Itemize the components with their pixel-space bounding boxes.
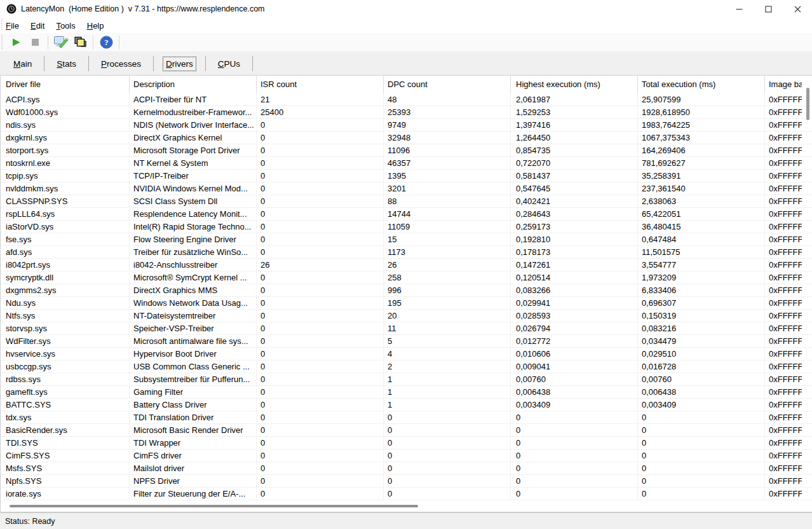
column-header-description[interactable]: Description bbox=[130, 76, 257, 93]
cell-image-base: 0xFFFFF bbox=[765, 221, 802, 233]
cell-total-execution: 0,006438 bbox=[638, 386, 765, 398]
tab-main[interactable]: Main bbox=[1, 54, 44, 73]
table-row[interactable]: CLASSPNP.SYS SCSI Class System Dll 0 88 … bbox=[1, 195, 812, 208]
tab-processes[interactable]: Processes bbox=[89, 54, 153, 73]
cell-description: Microsoft antimalware file sys... bbox=[130, 335, 257, 347]
table-row[interactable]: tdx.sys TDI Translation Driver 0 0 0 0 0… bbox=[1, 411, 812, 424]
table-row[interactable]: ACPI.sys ACPI-Treiber für NT 21 48 2,061… bbox=[1, 93, 812, 106]
horizontal-scrollbar-thumb[interactable] bbox=[10, 505, 418, 507]
cell-total-execution: 25,907599 bbox=[638, 93, 765, 106]
cell-image-base: 0xFFFFF bbox=[765, 399, 802, 411]
table-row[interactable]: storport.sys Microsoft Storage Port Driv… bbox=[1, 144, 812, 157]
cell-driver-file: iorate.sys bbox=[1, 488, 130, 500]
cell-dpc-count: 0 bbox=[384, 411, 511, 423]
column-header-total-execution[interactable]: Total execution (ms) bbox=[638, 76, 765, 93]
table-row[interactable]: dxgmms2.sys DirectX Graphics MMS 0 996 0… bbox=[1, 284, 812, 297]
table-row[interactable]: dxgkrnl.sys DirectX Graphics Kernel 0 32… bbox=[1, 132, 812, 144]
cell-total-execution: 65,422051 bbox=[638, 208, 765, 220]
stop-monitor-button[interactable] bbox=[27, 35, 43, 50]
table-row[interactable]: symcryptk.dll Microsoft® SymCrypt Kernel… bbox=[1, 271, 812, 284]
table-row[interactable]: WdFilter.sys Microsoft antimalware file … bbox=[1, 335, 812, 348]
start-monitor-button[interactable] bbox=[8, 35, 24, 50]
cell-description: Intel(R) Rapid Storage Techno... bbox=[130, 221, 257, 233]
tab-cpus-label: CPUs bbox=[215, 57, 243, 71]
table-row[interactable]: Npfs.SYS NPFS Driver 0 0 0 0 0xFFFFF bbox=[1, 475, 812, 488]
table-row[interactable]: Ntfs.sys NT-Dateisystemtreiber 0 20 0,02… bbox=[1, 310, 812, 322]
cell-highest-execution: 1,529253 bbox=[511, 106, 638, 118]
stop-icon bbox=[31, 38, 39, 46]
table-row[interactable]: hvservice.sys Hypervisor Boot Driver 0 4… bbox=[1, 348, 812, 361]
cell-driver-file: BasicRender.sys bbox=[1, 424, 130, 436]
table-row[interactable]: iorate.sys Filter zur Steuerung der E/A-… bbox=[1, 488, 812, 500]
column-header-isr-count[interactable]: ISR count bbox=[257, 76, 384, 93]
close-button[interactable] bbox=[783, 0, 812, 18]
table-row[interactable]: ndis.sys NDIS (Network Driver Interface.… bbox=[1, 119, 812, 132]
statusbar: Status: Ready bbox=[0, 512, 812, 529]
cell-image-base: 0xFFFFF bbox=[765, 284, 802, 296]
table-row[interactable]: fse.sys Flow Steering Engine Driver 0 15… bbox=[1, 233, 812, 246]
table-row[interactable]: nvlddmkm.sys NVIDIA Windows Kernel Mod..… bbox=[1, 182, 812, 195]
menu-help[interactable]: Help bbox=[81, 18, 110, 33]
maximize-button[interactable] bbox=[754, 0, 783, 18]
report-button[interactable] bbox=[72, 35, 88, 50]
table-row[interactable]: Ndu.sys Windows Network Data Usag... 0 1… bbox=[1, 297, 812, 310]
column-header-dpc-count[interactable]: DPC count bbox=[384, 76, 511, 93]
table-row[interactable]: BasicRender.sys Microsoft Basic Render D… bbox=[1, 424, 812, 437]
table-row[interactable]: gameflt.sys Gaming Filter 0 1 0,006438 0… bbox=[1, 386, 812, 399]
table-row[interactable]: rspLLL64.sys Resplendence Latency Monit.… bbox=[1, 208, 812, 221]
cell-image-base: 0xFFFFF bbox=[765, 450, 802, 462]
cell-image-base: 0xFFFFF bbox=[765, 373, 802, 385]
table-row[interactable]: storvsp.sys Speicher-VSP-Treiber 0 11 0,… bbox=[1, 322, 812, 335]
cell-isr-count: 0 bbox=[257, 310, 384, 322]
column-header-image-base[interactable]: Image base bbox=[765, 76, 802, 93]
table-row[interactable]: rdbss.sys Subsystemtreiber für Pufferun.… bbox=[1, 373, 812, 386]
cell-image-base: 0xFFFFF bbox=[765, 271, 802, 284]
minimize-button[interactable] bbox=[724, 0, 754, 18]
cell-driver-file: Wdf01000.sys bbox=[1, 106, 130, 118]
table-row[interactable]: iaStorVD.sys Intel(R) Rapid Storage Tech… bbox=[1, 221, 812, 233]
table-row[interactable]: ntoskrnl.exe NT Kernel & System 0 46357 … bbox=[1, 157, 812, 170]
cell-dpc-count: 25393 bbox=[384, 106, 511, 118]
cell-total-execution: 36,480415 bbox=[638, 221, 765, 233]
table-row[interactable]: Wdf01000.sys Kernelmodustreiber-Framewor… bbox=[1, 106, 812, 119]
cell-description: SCSI Class System Dll bbox=[130, 195, 257, 207]
tab-stats[interactable]: Stats bbox=[44, 54, 88, 73]
status-text: Status: Ready bbox=[5, 517, 55, 526]
cell-total-execution: 1928,618950 bbox=[638, 106, 765, 118]
cell-total-execution: 11,501575 bbox=[638, 246, 765, 258]
table-row[interactable]: BATTC.SYS Battery Class Driver 0 1 0,003… bbox=[1, 399, 812, 411]
cell-highest-execution: 0,147261 bbox=[511, 259, 638, 271]
cell-isr-count: 0 bbox=[257, 284, 384, 296]
cell-isr-count: 0 bbox=[257, 373, 384, 385]
cell-total-execution: 0 bbox=[638, 450, 765, 462]
latencymon-window: LatencyMon (Home Edition ) v 7.31 - http… bbox=[0, 0, 812, 529]
menu-tools[interactable]: Tools bbox=[50, 18, 81, 33]
table-row[interactable]: CimFS.SYS CimFS driver 0 0 0 0 0xFFFFF bbox=[1, 450, 812, 462]
cell-total-execution: 1983,764225 bbox=[638, 119, 765, 131]
cell-description: Mailslot driver bbox=[130, 462, 257, 474]
cell-dpc-count: 1 bbox=[384, 399, 511, 411]
table-row[interactable]: afd.sys Treiber für zusätzliche WinSo...… bbox=[1, 246, 812, 259]
cell-highest-execution: 0,003409 bbox=[511, 399, 638, 411]
table-row[interactable]: i8042prt.sys i8042-Anschlusstreiber 26 2… bbox=[1, 259, 812, 271]
tab-cpus[interactable]: CPUs bbox=[206, 54, 252, 73]
cell-description: Kernelmodustreiber-Framewor... bbox=[130, 106, 257, 118]
menu-file[interactable]: File bbox=[0, 18, 25, 33]
cell-driver-file: i8042prt.sys bbox=[1, 259, 130, 271]
cell-dpc-count: 32948 bbox=[384, 132, 511, 144]
cell-description: TDI Translation Driver bbox=[130, 411, 257, 423]
table-row[interactable]: usbccgp.sys USB Common Class Generic ...… bbox=[1, 361, 812, 373]
tab-drivers[interactable]: Drivers bbox=[154, 54, 205, 73]
vertical-scrollbar-thumb[interactable] bbox=[806, 88, 809, 120]
table-row[interactable]: TDI.SYS TDI Wrapper 0 0 0 0 0xFFFFF bbox=[1, 437, 812, 450]
analyze-icon bbox=[53, 36, 69, 50]
cell-image-base: 0xFFFFF bbox=[765, 424, 802, 436]
cell-isr-count: 0 bbox=[257, 348, 384, 360]
column-header-driver-file[interactable]: Driver file bbox=[1, 76, 130, 93]
analyze-button[interactable] bbox=[53, 35, 69, 50]
table-row[interactable]: Msfs.SYS Mailslot driver 0 0 0 0 0xFFFFF bbox=[1, 462, 812, 475]
help-button[interactable]: ? bbox=[98, 35, 114, 50]
table-row[interactable]: tcpip.sys TCP/IP-Treiber 0 1395 0,581437… bbox=[1, 170, 812, 182]
column-header-highest-execution[interactable]: Highest execution (ms) bbox=[511, 76, 638, 93]
menu-edit[interactable]: Edit bbox=[25, 18, 50, 33]
